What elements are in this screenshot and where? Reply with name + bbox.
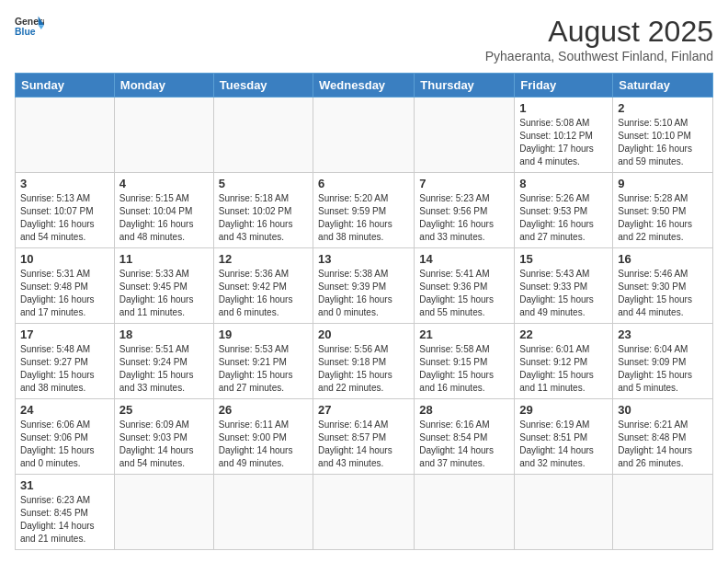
calendar-day-cell: 6Sunrise: 5:20 AM Sunset: 9:59 PM Daylig… [313, 173, 415, 248]
calendar-day-cell [515, 475, 613, 550]
day-info: Sunrise: 5:18 AM Sunset: 10:02 PM Daylig… [219, 192, 308, 244]
calendar-day-cell: 21Sunrise: 5:58 AM Sunset: 9:15 PM Dayli… [415, 324, 515, 399]
day-number: 27 [318, 403, 409, 417]
day-info: Sunrise: 5:48 AM Sunset: 9:27 PM Dayligh… [20, 343, 109, 395]
calendar-day-cell [415, 98, 515, 173]
weekday-header-tuesday: Tuesday [213, 74, 313, 98]
day-number: 2 [618, 101, 708, 115]
day-info: Sunrise: 6:06 AM Sunset: 9:06 PM Dayligh… [20, 419, 109, 470]
calendar-day-cell [313, 98, 415, 173]
day-info: Sunrise: 5:36 AM Sunset: 9:42 PM Dayligh… [219, 268, 308, 319]
day-number: 15 [519, 252, 608, 266]
weekday-header-wednesday: Wednesday [313, 74, 415, 98]
day-number: 10 [20, 252, 109, 266]
day-number: 7 [419, 177, 509, 190]
calendar-day-cell [415, 475, 515, 550]
day-number: 23 [618, 327, 708, 341]
svg-marker-3 [39, 25, 44, 29]
calendar-week-row: 17Sunrise: 5:48 AM Sunset: 9:27 PM Dayli… [16, 324, 713, 399]
day-number: 11 [119, 252, 209, 266]
day-info: Sunrise: 5:20 AM Sunset: 9:59 PM Dayligh… [318, 192, 409, 244]
calendar-day-cell: 25Sunrise: 6:09 AM Sunset: 9:03 PM Dayli… [114, 399, 213, 475]
day-info: Sunrise: 6:09 AM Sunset: 9:03 PM Dayligh… [119, 419, 209, 470]
calendar-day-cell: 23Sunrise: 6:04 AM Sunset: 9:09 PM Dayli… [613, 324, 713, 399]
day-number: 25 [119, 403, 209, 417]
day-info: Sunrise: 5:08 AM Sunset: 10:12 PM Daylig… [519, 117, 608, 168]
calendar-day-cell: 30Sunrise: 6:21 AM Sunset: 8:48 PM Dayli… [613, 399, 713, 475]
page-header: General Blue August 2025 Pyhaeranta, Sou… [15, 15, 713, 63]
day-number: 22 [519, 327, 608, 341]
day-info: Sunrise: 5:58 AM Sunset: 9:15 PM Dayligh… [419, 343, 509, 395]
day-number: 16 [618, 252, 708, 266]
calendar-day-cell: 10Sunrise: 5:31 AM Sunset: 9:48 PM Dayli… [16, 248, 115, 324]
weekday-header-saturday: Saturday [613, 74, 713, 98]
calendar-day-cell: 14Sunrise: 5:41 AM Sunset: 9:36 PM Dayli… [415, 248, 515, 324]
day-info: Sunrise: 5:13 AM Sunset: 10:07 PM Daylig… [20, 192, 109, 244]
day-info: Sunrise: 5:41 AM Sunset: 9:36 PM Dayligh… [419, 268, 509, 319]
calendar-day-cell: 19Sunrise: 5:53 AM Sunset: 9:21 PM Dayli… [213, 324, 313, 399]
calendar-day-cell: 17Sunrise: 5:48 AM Sunset: 9:27 PM Dayli… [16, 324, 115, 399]
calendar-day-cell: 8Sunrise: 5:26 AM Sunset: 9:53 PM Daylig… [515, 173, 613, 248]
calendar-day-cell: 29Sunrise: 6:19 AM Sunset: 8:51 PM Dayli… [515, 399, 613, 475]
day-number: 8 [519, 177, 608, 190]
weekday-header-row: SundayMondayTuesdayWednesdayThursdayFrid… [16, 74, 713, 98]
weekday-header-sunday: Sunday [16, 74, 115, 98]
calendar-day-cell: 22Sunrise: 6:01 AM Sunset: 9:12 PM Dayli… [515, 324, 613, 399]
day-info: Sunrise: 5:51 AM Sunset: 9:24 PM Dayligh… [119, 343, 209, 395]
day-info: Sunrise: 6:11 AM Sunset: 9:00 PM Dayligh… [219, 419, 308, 470]
day-number: 29 [519, 403, 608, 417]
calendar-day-cell: 3Sunrise: 5:13 AM Sunset: 10:07 PM Dayli… [16, 173, 115, 248]
calendar-week-row: 10Sunrise: 5:31 AM Sunset: 9:48 PM Dayli… [16, 248, 713, 324]
day-number: 28 [419, 403, 509, 417]
day-number: 4 [119, 177, 209, 190]
weekday-header-thursday: Thursday [415, 74, 515, 98]
calendar-day-cell: 18Sunrise: 5:51 AM Sunset: 9:24 PM Dayli… [114, 324, 213, 399]
calendar-day-cell: 2Sunrise: 5:10 AM Sunset: 10:10 PM Dayli… [613, 98, 713, 173]
day-number: 3 [20, 177, 109, 190]
day-number: 18 [119, 327, 209, 341]
calendar-day-cell [613, 475, 713, 550]
day-info: Sunrise: 5:56 AM Sunset: 9:18 PM Dayligh… [318, 343, 409, 395]
day-info: Sunrise: 5:53 AM Sunset: 9:21 PM Dayligh… [219, 343, 308, 395]
calendar-day-cell: 24Sunrise: 6:06 AM Sunset: 9:06 PM Dayli… [16, 399, 115, 475]
day-number: 19 [219, 327, 308, 341]
title-block: August 2025 Pyhaeranta, Southwest Finlan… [485, 15, 713, 63]
day-info: Sunrise: 5:43 AM Sunset: 9:33 PM Dayligh… [519, 268, 608, 319]
day-number: 26 [219, 403, 308, 417]
calendar-day-cell: 31Sunrise: 6:23 AM Sunset: 8:45 PM Dayli… [16, 475, 115, 550]
month-year-title: August 2025 [485, 15, 713, 49]
day-info: Sunrise: 5:31 AM Sunset: 9:48 PM Dayligh… [20, 268, 109, 319]
day-number: 9 [618, 177, 708, 190]
day-number: 21 [419, 327, 509, 341]
day-info: Sunrise: 5:33 AM Sunset: 9:45 PM Dayligh… [119, 268, 209, 319]
day-info: Sunrise: 6:23 AM Sunset: 8:45 PM Dayligh… [20, 494, 109, 546]
calendar-day-cell: 28Sunrise: 6:16 AM Sunset: 8:54 PM Dayli… [415, 399, 515, 475]
day-info: Sunrise: 5:10 AM Sunset: 10:10 PM Daylig… [618, 117, 708, 168]
day-info: Sunrise: 5:46 AM Sunset: 9:30 PM Dayligh… [618, 268, 708, 319]
weekday-header-monday: Monday [114, 74, 213, 98]
day-info: Sunrise: 6:04 AM Sunset: 9:09 PM Dayligh… [618, 343, 708, 395]
calendar-week-row: 31Sunrise: 6:23 AM Sunset: 8:45 PM Dayli… [16, 475, 713, 550]
day-info: Sunrise: 5:23 AM Sunset: 9:56 PM Dayligh… [419, 192, 509, 244]
calendar-day-cell: 15Sunrise: 5:43 AM Sunset: 9:33 PM Dayli… [515, 248, 613, 324]
calendar-day-cell: 7Sunrise: 5:23 AM Sunset: 9:56 PM Daylig… [415, 173, 515, 248]
calendar-week-row: 1Sunrise: 5:08 AM Sunset: 10:12 PM Dayli… [16, 98, 713, 173]
calendar-day-cell: 13Sunrise: 5:38 AM Sunset: 9:39 PM Dayli… [313, 248, 415, 324]
calendar-day-cell [313, 475, 415, 550]
calendar-week-row: 3Sunrise: 5:13 AM Sunset: 10:07 PM Dayli… [16, 173, 713, 248]
day-number: 13 [318, 252, 409, 266]
day-number: 5 [219, 177, 308, 190]
svg-text:Blue: Blue [15, 27, 36, 37]
calendar-day-cell [114, 98, 213, 173]
generalblue-icon: General Blue [15, 15, 44, 40]
calendar-day-cell: 20Sunrise: 5:56 AM Sunset: 9:18 PM Dayli… [313, 324, 415, 399]
day-info: Sunrise: 6:16 AM Sunset: 8:54 PM Dayligh… [419, 419, 509, 470]
day-number: 31 [20, 478, 109, 492]
day-info: Sunrise: 5:28 AM Sunset: 9:50 PM Dayligh… [618, 192, 708, 244]
day-number: 17 [20, 327, 109, 341]
location-subtitle: Pyhaeranta, Southwest Finland, Finland [485, 49, 713, 63]
day-number: 14 [419, 252, 509, 266]
day-number: 12 [219, 252, 308, 266]
day-number: 6 [318, 177, 409, 190]
calendar-day-cell: 9Sunrise: 5:28 AM Sunset: 9:50 PM Daylig… [613, 173, 713, 248]
